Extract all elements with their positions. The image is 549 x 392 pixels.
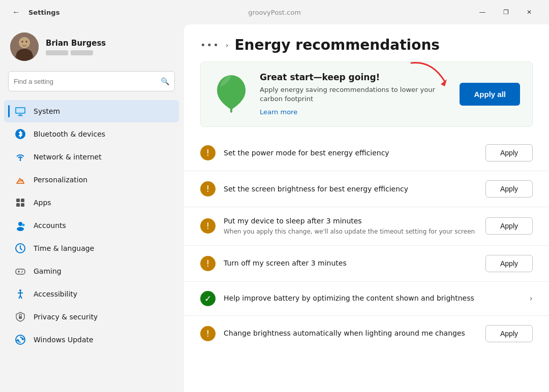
- sidebar-item-bluetooth[interactable]: Bluetooth & devices: [4, 123, 179, 145]
- svg-point-26: [22, 271, 23, 272]
- sidebar-item-accounts[interactable]: Accounts: [4, 214, 179, 237]
- breadcrumb-dots: •••: [200, 40, 220, 50]
- apply-all-button[interactable]: Apply all: [460, 83, 520, 106]
- sidebar-item-personalization-label: Personalization: [34, 176, 87, 184]
- window-controls: — ❐ ✕: [471, 3, 541, 21]
- personalization-icon: [14, 174, 26, 186]
- minimize-button[interactable]: —: [471, 3, 494, 21]
- app-body: Brian Burgess 🔍: [0, 24, 549, 392]
- rec-label-battery-optimize: Help improve battery by optimizing the c…: [224, 293, 517, 304]
- user-profile: Brian Burgess: [0, 24, 183, 71]
- apply-button-screen-brightness[interactable]: Apply: [485, 180, 533, 198]
- hero-text: Great start—keep going! Apply energy sav…: [260, 72, 449, 116]
- svg-point-13: [20, 159, 21, 161]
- rec-text-power-mode: Set the power mode for best energy effic…: [224, 148, 477, 158]
- sidebar: Brian Burgess 🔍: [0, 24, 183, 392]
- user-info: Brian Burgess: [46, 39, 106, 55]
- hero-title: Great start—keep going!: [260, 72, 449, 82]
- sidebar-item-time[interactable]: Time & language: [4, 237, 179, 259]
- svg-rect-15: [16, 199, 20, 202]
- account-bar-1: [46, 50, 68, 55]
- sidebar-item-gaming-label: Gaming: [34, 267, 62, 275]
- svg-point-28: [19, 289, 21, 291]
- rec-label-screen-brightness: Set the screen brightness for best energ…: [224, 184, 477, 194]
- sidebar-item-update[interactable]: Windows Update: [4, 329, 179, 351]
- sidebar-item-privacy[interactable]: Privacy & security: [4, 306, 179, 328]
- svg-rect-23: [16, 269, 25, 274]
- warning-icon-auto-brightness: !: [200, 326, 216, 341]
- apply-button-auto-brightness[interactable]: Apply: [485, 325, 533, 342]
- avatar: [10, 32, 39, 61]
- sidebar-item-network-label: Network & internet: [34, 153, 102, 161]
- system-icon: [14, 105, 26, 117]
- svg-rect-38: [230, 108, 232, 113]
- apply-button-sleep[interactable]: Apply: [485, 217, 533, 235]
- rec-text-auto-brightness: Change brightness automatically when lig…: [224, 329, 477, 339]
- warning-icon-power-mode: !: [200, 145, 216, 160]
- search-icon: 🔍: [161, 77, 169, 85]
- sidebar-item-system-label: System: [34, 107, 60, 115]
- svg-point-20: [17, 227, 24, 231]
- sidebar-item-network[interactable]: Network & internet: [4, 146, 179, 168]
- apply-button-power-mode[interactable]: Apply: [485, 144, 533, 161]
- sidebar-item-personalization[interactable]: Personalization: [4, 169, 179, 191]
- title-bar: ← Settings groovyPost.com — ❐ ✕: [0, 0, 549, 24]
- sidebar-item-apps[interactable]: Apps: [4, 191, 179, 214]
- learn-more-link[interactable]: Learn more: [260, 108, 297, 116]
- sidebar-item-bluetooth-label: Bluetooth & devices: [34, 130, 105, 138]
- search-input[interactable]: [14, 78, 161, 85]
- rec-row-battery-optimize[interactable]: ✓ Help improve battery by optimizing the…: [184, 282, 549, 316]
- user-account-bars: [46, 50, 106, 55]
- hero-desc: Apply energy saving recommendations to l…: [260, 85, 449, 104]
- app-name: Settings: [28, 9, 59, 16]
- svg-point-4: [22, 41, 23, 43]
- bluetooth-icon: [14, 128, 26, 140]
- svg-rect-33: [19, 316, 22, 319]
- sidebar-item-apps-label: Apps: [34, 199, 51, 207]
- content-header: ••• › Energy recommendations: [184, 24, 549, 61]
- privacy-icon: [14, 311, 26, 323]
- rec-text-screen-brightness: Set the screen brightness for best energ…: [224, 184, 477, 194]
- content-area: ••• › Energy recommendations Great start: [184, 24, 549, 392]
- account-bar-2: [71, 50, 93, 55]
- search-box[interactable]: 🔍: [8, 71, 175, 91]
- svg-rect-16: [21, 199, 24, 202]
- warning-icon-screen-off: !: [200, 256, 216, 271]
- rec-row-sleep: ! Put my device to sleep after 3 minutes…: [184, 207, 549, 245]
- leaf-icon: [213, 73, 250, 116]
- svg-point-6: [16, 49, 33, 61]
- warning-icon-sleep: !: [200, 218, 216, 234]
- hero-banner: Great start—keep going! Apply energy sav…: [200, 61, 533, 127]
- rec-label-screen-off: Turn off my screen after 3 minutes: [224, 258, 477, 269]
- network-icon: [14, 151, 26, 163]
- rec-label-power-mode: Set the power mode for best energy effic…: [224, 148, 477, 158]
- sidebar-item-gaming[interactable]: Gaming: [4, 260, 179, 282]
- svg-rect-11: [18, 115, 23, 116]
- page-title: Energy recommendations: [234, 37, 440, 53]
- svg-point-5: [26, 41, 27, 43]
- sidebar-item-time-label: Time & language: [34, 244, 94, 252]
- rec-text-battery-optimize: Help improve battery by optimizing the c…: [224, 293, 517, 304]
- apply-button-screen-off[interactable]: Apply: [485, 255, 533, 272]
- close-button[interactable]: ✕: [517, 3, 541, 21]
- sidebar-item-system[interactable]: System: [4, 100, 179, 122]
- svg-point-27: [21, 272, 22, 273]
- sidebar-nav: System Bluetooth & devices: [0, 100, 183, 351]
- svg-rect-9: [16, 108, 24, 113]
- rec-row-screen-brightness: ! Set the screen brightness for best ene…: [184, 171, 549, 207]
- gaming-icon: [14, 265, 26, 277]
- success-icon-battery-optimize: ✓: [200, 291, 216, 306]
- recommendations-list: ! Set the power mode for best energy eff…: [184, 135, 549, 351]
- sidebar-item-accounts-label: Accounts: [34, 221, 66, 230]
- rec-text-screen-off: Turn off my screen after 3 minutes: [224, 258, 477, 269]
- svg-rect-17: [16, 203, 20, 207]
- svg-rect-18: [21, 203, 24, 207]
- back-button[interactable]: ←: [8, 4, 24, 20]
- user-name: Brian Burgess: [46, 39, 106, 48]
- site-watermark: groovyPost.com: [248, 9, 301, 16]
- rec-label-auto-brightness: Change brightness automatically when lig…: [224, 329, 477, 339]
- maximize-button[interactable]: ❐: [494, 3, 517, 21]
- svg-point-21: [22, 224, 25, 226]
- sidebar-item-accessibility[interactable]: Accessibility: [4, 283, 179, 305]
- sidebar-item-accessibility-label: Accessibility: [34, 290, 77, 298]
